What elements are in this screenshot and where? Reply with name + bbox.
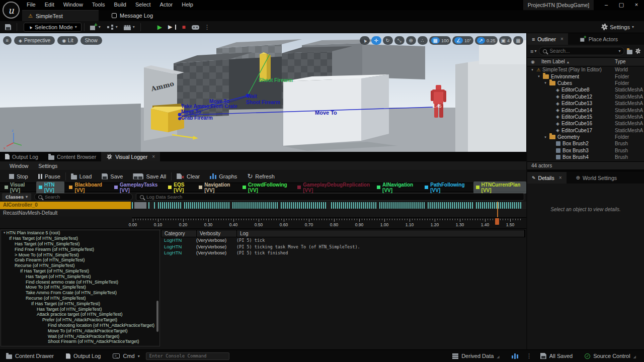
maximize-viewport-button[interactable]: ▦ bbox=[513, 36, 523, 45]
category-chip-pathfollowing-vv[interactable]: PathFollowing [VV] bbox=[422, 182, 471, 194]
menu-select[interactable]: Select bbox=[131, 0, 155, 10]
stop-button[interactable]: Stop bbox=[4, 170, 33, 183]
camera-speed-button[interactable]: ▣4 bbox=[499, 36, 512, 45]
close-icon[interactable]: × bbox=[152, 154, 155, 159]
menu-build[interactable]: Build bbox=[110, 0, 131, 10]
category-chip-visual-vv[interactable]: Visual [VV] bbox=[2, 182, 34, 194]
minimize-button[interactable]: – bbox=[599, 0, 614, 10]
rotation-snap-button[interactable]: ∠10° bbox=[452, 36, 473, 45]
type-column[interactable]: Type bbox=[615, 59, 626, 64]
plan-tree-node[interactable]: Recurse (of HTN_SimpleTest) bbox=[1, 296, 159, 301]
maximize-button[interactable]: ▢ bbox=[614, 0, 629, 10]
expand-caret-icon[interactable]: ▾ bbox=[530, 68, 534, 72]
blueprints-button[interactable]: ▾ bbox=[104, 23, 121, 31]
category-chip-gameplaydebugreplication-vv[interactable]: GameplayDebugReplication [VV] bbox=[295, 182, 372, 194]
category-chip-htncurrentplan-vv[interactable]: HTNCurrentPlan [VV] bbox=[473, 182, 526, 194]
timeline-ruler[interactable]: 0.000.100.200.300.400.500.600.700.800.90… bbox=[132, 217, 526, 228]
perspective-dropdown[interactable]: ◈Perspective bbox=[14, 36, 55, 45]
scale-tool-button[interactable]: ⤡ bbox=[394, 36, 405, 45]
grid-snap-button[interactable]: ▦100 bbox=[429, 36, 451, 45]
lit-dropdown[interactable]: ◉Lit bbox=[57, 36, 77, 45]
plan-tree-node[interactable]: Find closest ammo crate (of HTN_SimpleTe… bbox=[1, 279, 159, 285]
select-tool-button[interactable]: ▲ bbox=[360, 36, 370, 45]
plan-tree-node[interactable]: Take Ammo From Crate (of HTN_SimpleTest) bbox=[1, 290, 159, 296]
menu-edit[interactable]: Edit bbox=[40, 0, 59, 10]
save-all-button[interactable]: Save All bbox=[128, 170, 171, 183]
category-chip-gameplaytasks-vv[interactable]: GameplayTasks [VV] bbox=[112, 182, 164, 194]
log-row[interactable]: LogHTN(VeryVerbose)(PI 5) tick bbox=[161, 237, 525, 244]
tab-place-actors[interactable]: Place Actors bbox=[575, 33, 622, 45]
move-tool-button[interactable]: ✛ bbox=[371, 36, 381, 45]
eject-possess-button[interactable] bbox=[189, 23, 202, 31]
play-button[interactable]: ▶ bbox=[154, 23, 165, 32]
plan-tree-node[interactable]: If Has Target (of HTN_SimpleTest) bbox=[1, 301, 159, 306]
status-options-menu[interactable]: ⋮ bbox=[524, 352, 534, 359]
tab-simpletest[interactable]: ⚠ SimpleTest bbox=[22, 10, 99, 21]
close-icon[interactable]: × bbox=[559, 175, 562, 180]
plan-tree-node[interactable]: Prefer (of HTN_AttackPracticeTarget) bbox=[1, 317, 159, 323]
rotate-tool-button[interactable]: ↻ bbox=[383, 36, 393, 45]
outliner-row-simpletest-play-in-editor[interactable]: ▾⚠SimpleTest (Play In Editor)World bbox=[527, 66, 644, 73]
close-button[interactable]: × bbox=[629, 0, 644, 10]
close-icon[interactable]: × bbox=[560, 36, 564, 42]
plan-tree-node[interactable]: > Move To (of HTN_SimpleTest) bbox=[1, 252, 159, 257]
frame-skip-button[interactable]: ▶ bbox=[165, 23, 179, 31]
plan-tree-node[interactable]: Wait (of HTN_AttackPracticeTarget) bbox=[1, 333, 159, 339]
log-row[interactable]: LogHTN(VeryVerbose)(PI 5) tick finished bbox=[161, 250, 525, 256]
logger-search-box[interactable] bbox=[34, 193, 133, 201]
classes-dropdown[interactable]: Classes▾ bbox=[2, 193, 31, 201]
scale-snap-button[interactable]: ↗0.25 bbox=[475, 36, 498, 45]
log-data-search-input[interactable] bbox=[146, 194, 520, 200]
tree-scrollbar[interactable] bbox=[156, 301, 158, 332]
plan-tree-node[interactable]: Has Target (of HTN_SimpleTest) bbox=[1, 274, 159, 279]
plan-tree-node[interactable]: Has Target (of HTN_SimpleTest) bbox=[1, 241, 159, 247]
derived-data-button[interactable]: Derived Data ◢ bbox=[446, 353, 506, 359]
menu-help[interactable]: Help bbox=[177, 0, 198, 10]
plan-tree-node[interactable]: Find shooting location (of HTN_AttackPra… bbox=[1, 323, 159, 328]
outliner-row-environment[interactable]: ▾EnvironmentFolder bbox=[527, 73, 644, 79]
plan-tree-node[interactable]: If Has Target (of HTN_SimpleTest) bbox=[1, 268, 159, 274]
timeline-row-aicontroller[interactable]: AIController_0 bbox=[0, 202, 526, 209]
category-chip-navigation-vv[interactable]: Navigation [VV] bbox=[196, 182, 238, 194]
console-command-input[interactable] bbox=[146, 352, 229, 360]
new-folder-button[interactable] bbox=[627, 50, 632, 54]
source-control-button[interactable]: ✓ Source Control ◢ bbox=[579, 353, 644, 359]
log-column-verbosity[interactable]: Verbosity bbox=[197, 230, 237, 237]
tab-content-browser[interactable]: Content Browser bbox=[43, 152, 101, 161]
outliner-row-editorcube14[interactable]: ◈EditorCube14StaticMeshA bbox=[527, 107, 644, 113]
save-button[interactable]: Save bbox=[97, 170, 128, 183]
log-column-category[interactable]: Category bbox=[162, 230, 197, 237]
add-actor-button[interactable]: ▾ bbox=[87, 23, 104, 31]
expand-caret-icon[interactable]: ▾ bbox=[543, 81, 547, 85]
menu-window[interactable]: Window bbox=[59, 0, 88, 10]
visibility-column-icon[interactable]: ◉ bbox=[531, 59, 535, 64]
timeline-row-label[interactable]: AIController_0 bbox=[0, 202, 131, 209]
menu-actor[interactable]: Actor bbox=[155, 0, 178, 10]
surface-snap-button[interactable]: ∴ bbox=[418, 36, 428, 45]
plan-tree-node[interactable]: Attack practice target (of HTN_SimpleTes… bbox=[1, 312, 159, 317]
logger-search-input[interactable] bbox=[45, 194, 129, 200]
insights-button[interactable] bbox=[506, 353, 524, 359]
outliner-row-box-brush4[interactable]: Box Brush4Brush bbox=[527, 154, 644, 160]
refresh-button[interactable]: ↻Refresh bbox=[242, 170, 279, 183]
item-label-column[interactable]: Item Label ▲ bbox=[541, 59, 570, 64]
output-log-button[interactable]: Output Log bbox=[60, 353, 107, 359]
stop-button[interactable]: ■ bbox=[179, 23, 189, 32]
cmd-dropdown[interactable]: >_ Cmd ▾ bbox=[107, 353, 145, 359]
plan-tree-node[interactable]: Move To (of HTN_AttackPracticeTarget) bbox=[1, 328, 159, 333]
plan-tree-node[interactable]: Shoot Firearm (of HTN_AttackPracticeTarg… bbox=[1, 339, 159, 344]
outliner-row-editorcube15[interactable]: ◈EditorCube15StaticMeshA bbox=[527, 114, 644, 120]
outliner-row-editorcube13[interactable]: ◈EditorCube13StaticMeshA bbox=[527, 100, 644, 107]
logger-menu-window[interactable]: Window bbox=[5, 163, 33, 169]
world-space-button[interactable]: ⊕ bbox=[406, 36, 416, 45]
outliner-row-editorcube8[interactable]: ◈EditorCube8StaticMeshA bbox=[527, 86, 644, 93]
tab-visual-logger[interactable]: Visual Logger× bbox=[101, 152, 160, 161]
timeline-row-label[interactable]: RecastNavMesh-Default bbox=[3, 210, 57, 216]
save-level-button[interactable] bbox=[2, 23, 14, 31]
outliner-filter-button[interactable]: ≡▾ bbox=[530, 48, 536, 54]
category-chip-blackboard-vv[interactable]: Blackboard [VV] bbox=[66, 182, 109, 194]
plan-tree-node[interactable]: Grab Firearm (of HTN_SimpleTest) bbox=[1, 257, 159, 263]
expand-caret-icon[interactable]: ▾ bbox=[537, 74, 541, 78]
outliner-settings-button[interactable] bbox=[635, 48, 640, 54]
logger-menu-settings[interactable]: Settings bbox=[34, 163, 62, 169]
